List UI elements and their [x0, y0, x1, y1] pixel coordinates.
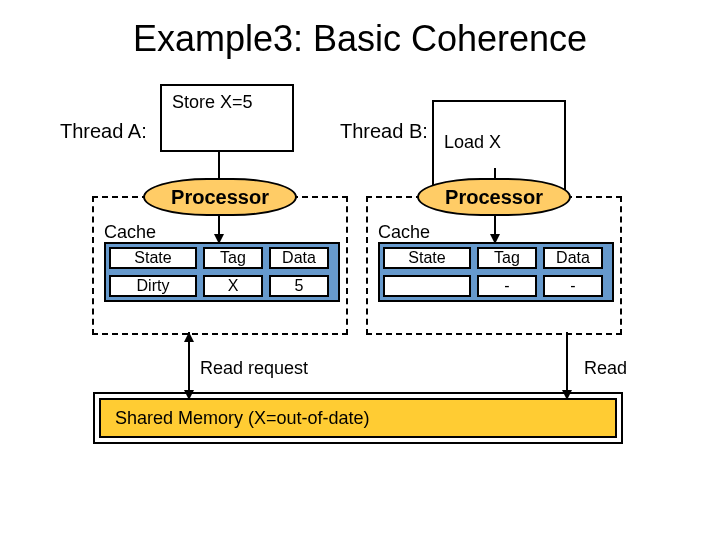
arrow-thread-a-to-proc [218, 152, 220, 180]
table-row: - - [380, 272, 612, 300]
cache-a-tag: X [203, 275, 263, 297]
col-data-header: Data [269, 247, 329, 269]
processor-a: Processor [143, 178, 297, 216]
cache-b-state [383, 275, 471, 297]
cache-a-table: State Tag Data Dirty X 5 [104, 242, 340, 302]
table-row: State Tag Data [380, 244, 612, 272]
thread-a-code: Store X=5 [172, 92, 253, 113]
read-request-a-label: Read request [200, 358, 308, 379]
arrow-head-icon [214, 234, 224, 244]
col-state-header: State [383, 247, 471, 269]
cache-a-data: 5 [269, 275, 329, 297]
thread-a-code-box: Store X=5 [160, 84, 294, 152]
shared-memory-label: Shared Memory (X=out-of-date) [115, 408, 370, 429]
cache-b-label: Cache [378, 222, 430, 243]
col-state-header: State [109, 247, 197, 269]
thread-b-code: Load X [444, 132, 501, 153]
table-row: Dirty X 5 [106, 272, 338, 300]
thread-a-label: Thread A: [60, 120, 147, 143]
col-data-header: Data [543, 247, 603, 269]
cache-b-tag: - [477, 275, 537, 297]
processor-b: Processor [417, 178, 571, 216]
table-row: State Tag Data [106, 244, 338, 272]
arrow-cache-b-to-mem [566, 332, 568, 392]
cache-a-label: Cache [104, 222, 156, 243]
thread-b-label: Thread B: [340, 120, 428, 143]
page-title: Example3: Basic Coherence [0, 18, 720, 60]
cache-a-block: Processor Cache State Tag Data Dirty X 5 [92, 196, 348, 335]
shared-memory-box: Shared Memory (X=out-of-date) [99, 398, 617, 438]
cache-a-state: Dirty [109, 275, 197, 297]
cache-b-block: Processor Cache State Tag Data - - [366, 196, 622, 335]
read-request-b-label: Read [584, 358, 627, 379]
arrow-cache-a-to-mem [188, 332, 190, 392]
cache-b-data: - [543, 275, 603, 297]
col-tag-header: Tag [477, 247, 537, 269]
cache-b-table: State Tag Data - - [378, 242, 614, 302]
col-tag-header: Tag [203, 247, 263, 269]
arrow-proc-a-to-cache [218, 214, 220, 236]
